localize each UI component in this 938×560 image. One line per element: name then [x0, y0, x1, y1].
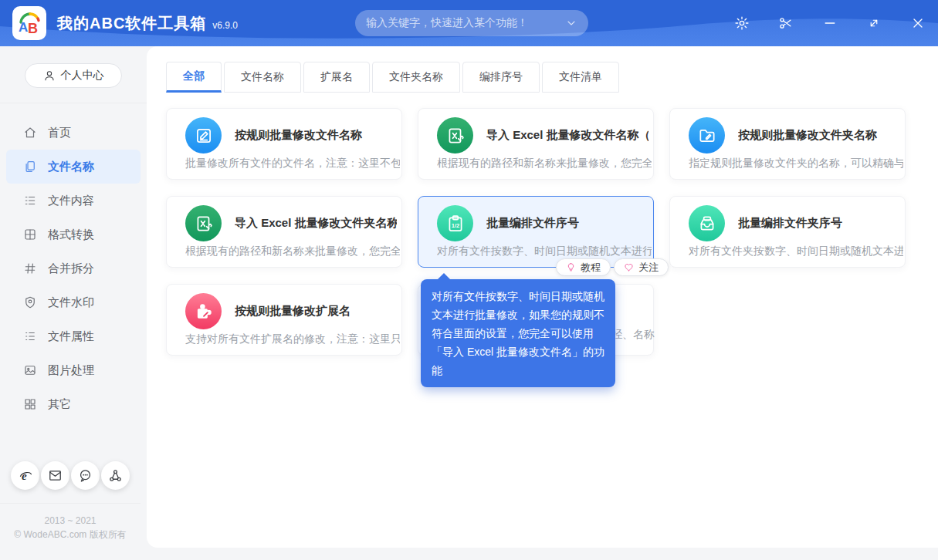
- sidebar-item-label: 文件属性: [48, 329, 94, 344]
- share-button[interactable]: [101, 461, 130, 490]
- clipboard-number-icon: 1/2: [437, 205, 473, 241]
- sidebar-divider: [0, 103, 147, 103]
- tab-sequence[interactable]: 编排序号: [462, 62, 540, 93]
- profile-center-button[interactable]: 个人中心: [25, 63, 122, 88]
- tab-file-name[interactable]: 文件名称: [224, 62, 301, 93]
- app-logo: A B: [12, 6, 46, 40]
- card-desc: 根据现有的路径和新名称来批量修改，您完全可以利: [185, 245, 400, 258]
- sidebar-item-label: 首页: [48, 126, 71, 140]
- merge-split-icon: [23, 261, 37, 275]
- card-tooltip: 对所有文件按数字、时间日期或随机文本进行批量修改，如果您的规则不符合里面的设置，…: [421, 279, 615, 387]
- sidebar-item-file-name[interactable]: 文件名称: [6, 150, 141, 184]
- search-placeholder: 输入关键字，快速进入某个功能！: [366, 16, 565, 30]
- sidebar-item-label: 图片处理: [48, 363, 94, 378]
- card-title: 批量编排文件夹序号: [738, 216, 900, 231]
- minimize-icon: [822, 15, 838, 31]
- card-title: 导入 Excel 批量修改文件夹名称: [235, 216, 397, 231]
- card-desc: 批量修改所有文件的文件名，注意：这里不包含扩展: [185, 157, 400, 170]
- sidebar-item-label: 文件水印: [48, 295, 94, 310]
- mail-icon: [48, 468, 63, 483]
- sidebar-item-format-convert[interactable]: 格式转换: [6, 218, 141, 251]
- settings-button[interactable]: [733, 14, 751, 32]
- card-title: 按规则批量修改文件夹名称: [738, 128, 900, 143]
- tutorial-button[interactable]: 教程: [556, 258, 611, 276]
- sidebar-item-file-attributes[interactable]: 文件属性: [6, 319, 141, 353]
- card-title: 按规则批量修改扩展名: [235, 304, 397, 319]
- chat-dots-icon: [78, 468, 93, 483]
- sidebar-item-label: 合并拆分: [48, 261, 94, 276]
- tab-all[interactable]: 全部: [166, 62, 222, 93]
- puzzle-icon: [185, 293, 222, 329]
- email-button[interactable]: [41, 461, 69, 490]
- card-desc: 支持对所有文件扩展名的修改，注意：这里只是修改: [185, 332, 400, 346]
- feedback-button[interactable]: [71, 461, 100, 490]
- card-rename-folders-by-rule[interactable]: 按规则批量修改文件夹名称 指定规则批量修改文件夹的名称，可以精确与模糊查: [669, 108, 906, 180]
- sidebar-item-other[interactable]: 其它: [6, 387, 141, 421]
- tab-folder-name[interactable]: 文件夹名称: [372, 62, 460, 93]
- card-desc: 根据现有的路径和新名称来批量修改，您完全可以利: [437, 157, 652, 170]
- app-title: 我的ABC软件工具箱: [57, 13, 206, 34]
- sidebar: 个人中心 首页 文件名称 文件内容 格式转换 合并拆分: [0, 46, 147, 548]
- sidebar-item-label: 格式转换: [48, 228, 94, 242]
- card-rename-files-by-rule[interactable]: 按规则批量修改文件名称 批量修改所有文件的文件名，注意：这里不包含扩展: [166, 108, 402, 180]
- sidebar-item-merge-split[interactable]: 合并拆分: [6, 251, 141, 285]
- sidebar-item-label: 文件名称: [48, 160, 94, 174]
- card-desc: 对所有文件按数字、时间日期或随机文本进行批量修: [437, 245, 652, 258]
- edit-folder-icon: [689, 117, 725, 153]
- card-excel-rename-files[interactable]: 导入 Excel 批量修改文件名称（包含 根据现有的路径和新名称来批量修改，您完…: [418, 108, 654, 180]
- home-icon: [23, 126, 37, 140]
- svg-text:B: B: [28, 21, 38, 36]
- file-attributes-icon: [23, 329, 37, 343]
- svg-text:A: A: [19, 20, 28, 35]
- tab-file-list[interactable]: 文件清单: [542, 62, 619, 93]
- follow-button[interactable]: 关注: [614, 258, 669, 276]
- card-title: 按规则批量修改文件名称: [235, 128, 397, 143]
- close-icon: [910, 15, 926, 31]
- search-input[interactable]: 输入关键字，快速进入某个功能！: [355, 10, 588, 36]
- tab-extension[interactable]: 扩展名: [303, 62, 370, 93]
- chevron-down-icon: [565, 17, 577, 29]
- title-bar: A B 我的ABC软件工具箱 v6.9.0 输入关键字，快速进入某个功能！: [0, 0, 938, 46]
- main-panel: 全部 文件名称 扩展名 文件夹名称 编排序号 文件清单 按规则批量修改文件名称 …: [147, 46, 938, 548]
- website-button[interactable]: e: [11, 461, 39, 490]
- sidebar-item-label: 其它: [48, 397, 71, 412]
- sidebar-item-home[interactable]: 首页: [6, 116, 141, 150]
- format-convert-icon: [23, 228, 37, 241]
- heart-icon: [624, 262, 634, 272]
- minimize-button[interactable]: [821, 14, 839, 32]
- card-desc-fragment: 径、名称: [611, 328, 655, 342]
- svg-text:e: e: [22, 470, 27, 482]
- tool-card-grid: 按规则批量修改文件名称 批量修改所有文件的文件名，注意：这里不包含扩展 导入 E…: [166, 108, 921, 356]
- svg-text:1/2: 1/2: [451, 221, 459, 228]
- folder-tray-icon: [689, 205, 725, 241]
- card-desc: 对所有文件夹按数字、时间日期或随机文本进行批量: [689, 245, 903, 258]
- sidebar-item-file-content[interactable]: 文件内容: [6, 184, 141, 218]
- maximize-button[interactable]: [865, 14, 883, 32]
- excel-import-icon: [437, 117, 473, 153]
- close-button[interactable]: [909, 14, 927, 32]
- browser-e-icon: e: [18, 468, 33, 484]
- person-icon: [43, 69, 56, 82]
- profile-center-label: 个人中心: [61, 69, 104, 83]
- scissors-icon: [778, 15, 794, 31]
- file-name-icon: [23, 160, 37, 174]
- lightbulb-icon: [566, 262, 576, 272]
- sidebar-item-image-process[interactable]: 图片处理: [6, 353, 141, 387]
- category-tabs: 全部 文件名称 扩展名 文件夹名称 编排序号 文件清单: [166, 62, 938, 93]
- excel-import-icon: [185, 205, 222, 241]
- card-title: 批量编排文件序号: [486, 216, 648, 231]
- other-icon: [23, 397, 37, 411]
- copyright-text: © WodeABC.com 版权所有: [0, 528, 141, 541]
- copyright-years: 2013 ~ 2021: [0, 514, 141, 528]
- card-title: 导入 Excel 批量修改文件名称（包含: [486, 128, 648, 143]
- screenshot-button[interactable]: [777, 14, 795, 32]
- image-process-icon: [23, 363, 37, 377]
- card-excel-rename-folders[interactable]: 导入 Excel 批量修改文件夹名称 根据现有的路径和新名称来批量修改，您完全可…: [166, 196, 402, 268]
- card-sequence-files[interactable]: 1/2 批量编排文件序号 对所有文件按数字、时间日期或随机文本进行批量修 教程 …: [418, 196, 654, 268]
- app-version: v6.9.0: [212, 20, 238, 31]
- sidebar-item-file-watermark[interactable]: 文件水印: [6, 285, 141, 319]
- card-sequence-folders[interactable]: 批量编排文件夹序号 对所有文件夹按数字、时间日期或随机文本进行批量: [669, 196, 906, 268]
- card-rename-extensions[interactable]: 按规则批量修改扩展名 支持对所有文件扩展名的修改，注意：这里只是修改: [166, 284, 402, 356]
- tooltip-text: 对所有文件按数字、时间日期或随机文本进行批量修改，如果您的规则不符合里面的设置，…: [432, 290, 604, 376]
- gear-icon: [734, 15, 750, 31]
